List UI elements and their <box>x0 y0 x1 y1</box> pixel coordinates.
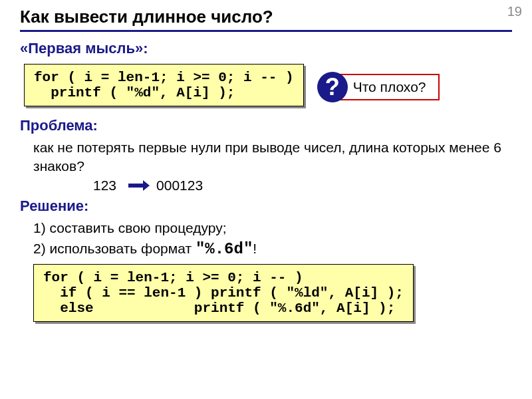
page-number: 19 <box>507 4 522 19</box>
example-left: 123 <box>93 178 116 194</box>
solution-item-2-suffix: ! <box>253 241 257 256</box>
first-thought-label: «Первая мысль»: <box>20 40 512 57</box>
problem-example: 123 000123 <box>93 178 512 194</box>
arrow-icon <box>128 184 144 188</box>
problem-text: как не потерять первые нули при выводе ч… <box>33 138 512 176</box>
question-icon: ? <box>317 72 348 102</box>
first-thought-row: for ( i = len-1; i >= 0; i -- ) printf (… <box>20 61 512 113</box>
problem-label: Проблема: <box>20 117 512 134</box>
example-right: 000123 <box>156 178 203 194</box>
title-underline <box>20 30 512 32</box>
callout-text: Что плохо? <box>333 74 440 100</box>
solution-item-2-prefix: 2) использовать формат <box>33 241 196 256</box>
code-block-solution: for ( i = len-1; i >= 0; i -- ) if ( i =… <box>33 264 414 322</box>
code-block-first: for ( i = len-1; i >= 0; i -- ) printf (… <box>24 64 304 106</box>
solution-label: Решение: <box>20 198 512 215</box>
solution-item-1: 1) составить свою процедуру; <box>33 219 512 237</box>
callout: ? Что плохо? <box>317 72 440 102</box>
slide-content: Как вывести длинное число? «Первая мысль… <box>0 0 532 342</box>
solution-item-2: 2) использовать формат "%.6d"! <box>33 239 512 260</box>
page-title: Как вывести длинное число? <box>20 7 512 27</box>
format-code: "%.6d" <box>196 240 253 258</box>
